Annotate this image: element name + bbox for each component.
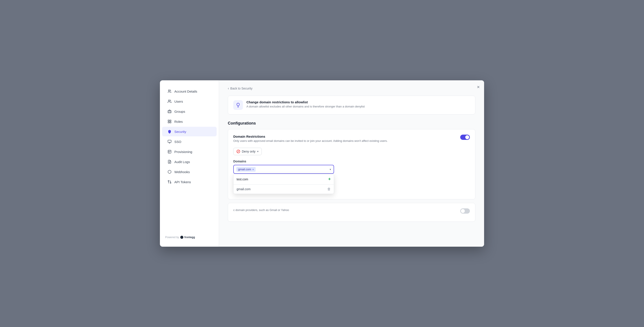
sidebar-item-label: Account Details [174, 89, 197, 93]
sidebar-item-audit-logs[interactable]: Audit Logs [162, 157, 217, 167]
sidebar-item-label: Webhooks [174, 170, 190, 174]
add-domain-icon[interactable]: + [328, 177, 331, 182]
security-icon [167, 129, 172, 134]
domain-tag-remove[interactable]: × [252, 168, 254, 171]
sso-icon [167, 139, 172, 144]
sidebar-item-security[interactable]: Security [162, 127, 217, 136]
public-email-toggle[interactable] [460, 208, 470, 214]
svg-rect-5 [170, 122, 171, 123]
backdrop: × Account Details Users [0, 0, 644, 327]
public-email-header: c domain providers, such as Gmail or Yah… [233, 208, 470, 214]
close-button[interactable]: × [477, 85, 480, 89]
sidebar-nav: Account Details Users Groups [160, 86, 219, 187]
domain-restrictions-description: Only users with approved email domains c… [233, 139, 388, 142]
svg-point-0 [168, 90, 170, 91]
domains-chevron-icon: ▾ [330, 168, 331, 171]
deny-icon [236, 150, 240, 153]
config-card-text: Domain Restrictions Only users with appr… [233, 135, 388, 142]
roles-icon [167, 119, 172, 124]
users-icon [167, 99, 172, 103]
configurations-title: Configurations [228, 121, 475, 126]
toggle-slider-off [460, 208, 470, 214]
sidebar-item-label: Users [174, 100, 183, 103]
sidebar: Account Details Users Groups [160, 80, 219, 247]
sidebar-item-users[interactable]: Users [162, 96, 217, 106]
domains-select-left: gmail.com × [236, 167, 256, 172]
dropdown-input-row: + [234, 174, 334, 185]
sidebar-item-label: Groups [174, 110, 185, 113]
domain-search-input[interactable] [236, 178, 326, 181]
provisioning-icon [167, 149, 172, 154]
domains-select[interactable]: gmail.com × ▾ [233, 165, 334, 174]
info-banner-text: Change domain restrictions to allowlist … [246, 100, 470, 108]
sidebar-item-label: Provisioning [174, 150, 192, 154]
svg-rect-2 [168, 110, 171, 113]
svg-rect-3 [168, 120, 169, 121]
svg-rect-8 [168, 150, 171, 153]
main-content: ‹ Back to Security Change domain restric… [219, 80, 484, 247]
chevron-down-icon: ▾ [257, 150, 258, 153]
modal: × Account Details Users [160, 80, 484, 247]
toggle-slider [460, 135, 470, 140]
svg-point-11 [170, 182, 171, 183]
frontegg-name: frontegg [184, 236, 195, 239]
audit-icon [167, 160, 172, 164]
frontegg-dot [180, 236, 183, 239]
sidebar-item-label: SSO [174, 140, 181, 144]
public-email-text: c domain providers, such as Gmail or Yah… [233, 208, 289, 212]
sidebar-item-account-details[interactable]: Account Details [162, 86, 217, 96]
deny-only-label: Deny only [242, 150, 256, 153]
info-banner-description: A domain allowlist excludes all other do… [246, 105, 470, 108]
back-chevron-icon: ‹ [228, 86, 229, 90]
dropdown-popup-inner: + gmail.com 🗑 [233, 174, 334, 194]
sidebar-item-label: Roles [174, 120, 183, 123]
info-banner-title: Change domain restrictions to allowlist [246, 100, 470, 104]
domain-tag: gmail.com × [236, 167, 256, 172]
back-link-label: Back to Security [230, 87, 252, 90]
powered-by-text: Powered by [165, 236, 179, 239]
sidebar-item-roles[interactable]: Roles [162, 117, 217, 126]
domains-dropdown-popup: + gmail.com 🗑 [233, 174, 334, 194]
info-banner-icon-container [233, 100, 243, 110]
sidebar-item-provisioning[interactable]: Provisioning [162, 147, 217, 156]
svg-rect-7 [168, 140, 171, 142]
domains-label: Domains [233, 160, 470, 163]
sidebar-item-label: Audit Logs [174, 160, 190, 164]
dropdown-item-label: gmail.com [236, 187, 250, 191]
sidebar-item-api-tokens[interactable]: API Tokens [162, 177, 217, 187]
domain-restrictions-toggle[interactable] [460, 135, 470, 140]
api-icon [167, 180, 172, 184]
sidebar-item-label: API Tokens [174, 180, 191, 184]
lightbulb-icon [236, 102, 241, 108]
svg-rect-4 [170, 120, 171, 121]
account-icon [167, 89, 172, 93]
delete-domain-icon[interactable]: 🗑 [327, 187, 331, 191]
deny-only-dropdown[interactable]: Deny only ▾ [233, 148, 262, 155]
domain-restrictions-card: Domain Restrictions Only users with appr… [228, 129, 475, 199]
sidebar-item-groups[interactable]: Groups [162, 107, 217, 116]
frontegg-logo: frontegg [180, 236, 195, 239]
public-email-card: c domain providers, such as Gmail or Yah… [228, 203, 475, 222]
domain-tag-text: gmail.com [238, 168, 251, 171]
sidebar-item-label: Security [174, 130, 186, 133]
svg-point-1 [168, 100, 170, 101]
dropdown-item-gmail[interactable]: gmail.com 🗑 [234, 185, 334, 194]
svg-rect-6 [168, 122, 169, 123]
public-email-description: c domain providers, such as Gmail or Yah… [233, 208, 289, 212]
webhooks-icon [167, 170, 172, 174]
sidebar-footer: Powered by frontegg [160, 232, 219, 242]
svg-point-12 [168, 180, 169, 181]
sidebar-item-sso[interactable]: SSO [162, 137, 217, 146]
groups-icon [167, 109, 172, 114]
domain-restrictions-title: Domain Restrictions [233, 135, 388, 138]
config-card-header: Domain Restrictions Only users with appr… [233, 135, 470, 142]
sidebar-item-webhooks[interactable]: Webhooks [162, 167, 217, 177]
back-link[interactable]: ‹ Back to Security [228, 86, 475, 90]
info-banner: Change domain restrictions to allowlist … [228, 96, 475, 114]
